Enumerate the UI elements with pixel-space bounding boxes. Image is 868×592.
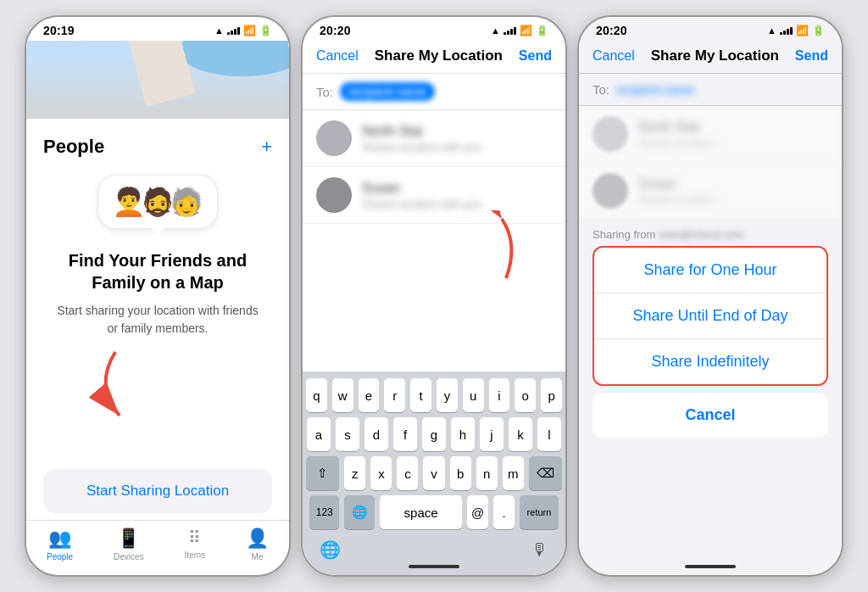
sb1: [504, 32, 506, 35]
kb-row4: 123 🌐 space @ . return: [306, 495, 562, 529]
key-q[interactable]: q: [306, 378, 327, 412]
people-title: People: [43, 136, 104, 158]
emoji-speech-bubble: 🧑‍🦱 🧔 🧓: [97, 175, 218, 229]
wifi-icon: 📶: [243, 25, 256, 36]
share-one-hour-option[interactable]: Share for One Hour: [594, 248, 826, 293]
key-a[interactable]: a: [307, 417, 331, 451]
phone3-contact-info-2: Susan Shares location: [638, 176, 828, 206]
phone2-contact-info-2: Susan Shares location with you: [362, 181, 552, 210]
phone3-frame: 20:20 ▲ 📶 🔋 Canc: [577, 15, 843, 577]
phone2-send[interactable]: Send: [519, 48, 552, 64]
screenshot-container: 20:19 ▲ 📶 🔋: [8, 0, 860, 592]
phone3-send[interactable]: Send: [795, 48, 828, 64]
tab-me[interactable]: 👤 Me: [246, 528, 269, 561]
people-header: People +: [43, 136, 272, 158]
red-arrow-up-svg: [438, 210, 540, 287]
key-j[interactable]: j: [480, 417, 504, 451]
key-k[interactable]: k: [509, 417, 532, 451]
phone3-signal: [780, 26, 793, 35]
emoji-3: 🧓: [170, 186, 203, 218]
key-z[interactable]: z: [344, 456, 365, 490]
key-emoji[interactable]: 🌐: [344, 495, 374, 529]
phone3-inner: 20:20 ▲ 📶 🔋 Canc: [579, 17, 842, 575]
share-end-of-day-option[interactable]: Share Until End of Day: [594, 293, 826, 339]
key-l[interactable]: l: [537, 417, 561, 451]
phone2-contact-detail-1: Shares location with you: [362, 141, 552, 154]
phone3-recipient: recipient name: [616, 83, 694, 97]
p3sb3: [787, 29, 789, 35]
tab-people[interactable]: 👥 People: [47, 528, 73, 561]
phone2-contact-1[interactable]: North Star Shares location with you: [303, 110, 565, 167]
mic-icon[interactable]: 🎙: [531, 540, 548, 560]
key-g[interactable]: g: [422, 417, 446, 451]
phone2-avatar-1: [316, 120, 352, 156]
sb3: [510, 29, 513, 35]
phone2-cancel[interactable]: Cancel: [316, 48, 359, 64]
key-r[interactable]: r: [384, 378, 405, 412]
key-return[interactable]: return: [520, 495, 559, 529]
phone3-bg: 20:20 ▲ 📶 🔋 Canc: [579, 17, 842, 575]
globe-icon[interactable]: 🌐: [320, 539, 341, 560]
phone2-frame: 20:20 ▲ 📶 🔋 Canc: [301, 15, 567, 577]
phone3-to-label: To:: [593, 82, 609, 97]
key-b[interactable]: b: [450, 456, 471, 490]
phone2-location-icon: ▲: [491, 25, 500, 36]
key-x[interactable]: x: [370, 456, 392, 490]
phone1-status-icons: ▲ 📶 🔋: [214, 25, 272, 36]
phone2-to-label: To:: [316, 85, 333, 99]
key-period[interactable]: .: [493, 495, 515, 529]
key-c[interactable]: c: [397, 456, 418, 490]
tab-items[interactable]: ⠿ Items: [185, 528, 205, 561]
phone2-status-bar: 20:20 ▲ 📶 🔋: [303, 17, 565, 41]
home-indicator-2: [409, 565, 459, 568]
key-e[interactable]: e: [359, 378, 380, 412]
share-indefinitely-option[interactable]: Share Indefinitely: [594, 339, 826, 384]
key-d[interactable]: d: [364, 417, 388, 451]
sharing-from-label: Sharing from: [593, 228, 655, 241]
start-sharing-button[interactable]: Start Sharing Location: [43, 469, 272, 513]
phone3-cancel-option[interactable]: Cancel: [593, 393, 828, 438]
key-delete[interactable]: ⌫: [529, 456, 562, 490]
phone3-contact-detail-2: Shares location: [638, 193, 828, 206]
phone1-inner: 20:19 ▲ 📶 🔋: [26, 17, 289, 575]
key-at[interactable]: @: [467, 495, 488, 529]
key-n[interactable]: n: [476, 456, 498, 490]
share-indefinitely-label: Share Indefinitely: [651, 353, 769, 370]
tab-items-label: Items: [185, 550, 205, 560]
key-v[interactable]: v: [423, 456, 444, 490]
key-o[interactable]: o: [515, 378, 536, 412]
phone3-avatar-1: [593, 116, 628, 152]
tab-devices[interactable]: 📱 Devices: [114, 528, 144, 561]
kb-row3: ⇧ z x c v b n m ⌫: [306, 456, 562, 490]
key-shift[interactable]: ⇧: [306, 456, 339, 490]
location-icon: ▲: [214, 25, 224, 36]
add-button[interactable]: +: [261, 136, 272, 158]
phone2-recipient-chip[interactable]: recipient name: [340, 82, 435, 101]
phone3-contact-info-1: North Star Shares location: [638, 120, 828, 149]
phone2-contact-name-2: Susan: [362, 181, 552, 196]
key-m[interactable]: m: [503, 456, 524, 490]
key-123[interactable]: 123: [309, 495, 339, 529]
signal-bars: [227, 26, 240, 35]
key-p[interactable]: p: [541, 378, 562, 412]
phone2-wifi: 📶: [520, 25, 532, 36]
tab-people-icon: 👥: [48, 528, 71, 550]
tab-me-icon: 👤: [246, 528, 269, 550]
key-s[interactable]: s: [336, 417, 359, 451]
phone2-contact-detail-2: Shares location with you: [362, 198, 552, 210]
key-t[interactable]: t: [410, 378, 431, 412]
key-w[interactable]: w: [332, 378, 353, 412]
emoji-2: 🧔: [141, 186, 175, 218]
key-h[interactable]: h: [451, 417, 475, 451]
phone3-contact-list-blurred: North Star Shares location Susan Shares …: [579, 106, 842, 220]
phone2-contact-name-1: North Star: [362, 124, 552, 139]
key-space[interactable]: space: [380, 495, 462, 529]
key-u[interactable]: u: [463, 378, 484, 412]
share-options-card: Share for One Hour Share Until End of Da…: [593, 246, 828, 386]
phone3-cancel-nav[interactable]: Cancel: [593, 48, 635, 64]
phone3-contact-name-2: Susan: [638, 176, 828, 192]
key-y[interactable]: y: [437, 378, 458, 412]
phone2-status-icons: ▲ 📶 🔋: [491, 25, 548, 36]
key-f[interactable]: f: [393, 417, 417, 451]
key-i[interactable]: i: [489, 378, 510, 412]
